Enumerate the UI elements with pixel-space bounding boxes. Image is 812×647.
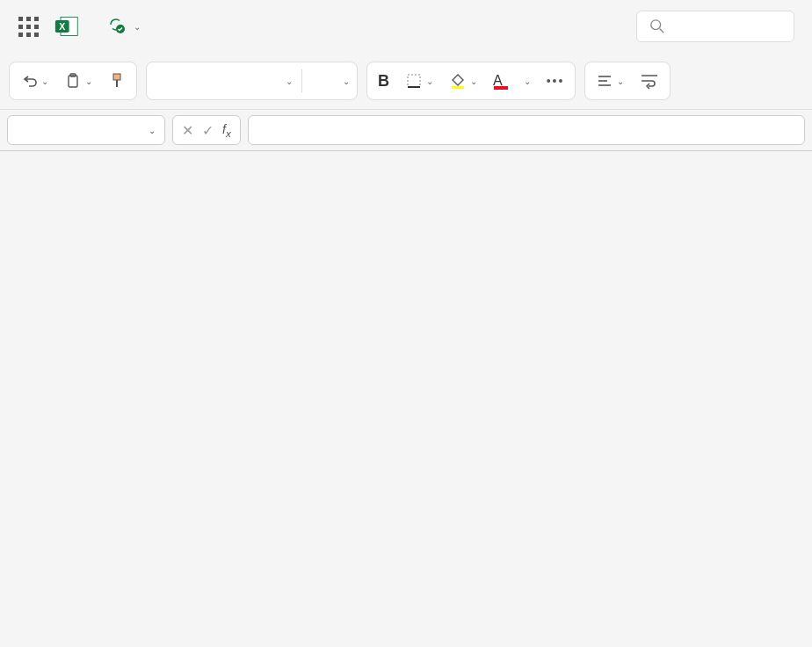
accept-formula-icon[interactable]: ✓: [202, 122, 214, 139]
chevron-down-icon[interactable]: ⌄: [149, 126, 156, 135]
fx-icon[interactable]: fx: [222, 122, 231, 139]
svg-rect-12: [452, 86, 464, 89]
title-dropdown-icon[interactable]: ⌄: [134, 22, 141, 32]
chevron-down-icon[interactable]: ⌄: [286, 76, 293, 86]
undo-button[interactable]: ⌄: [17, 69, 52, 93]
svg-rect-13: [494, 86, 508, 90]
excel-icon: X: [54, 14, 79, 39]
clipboard-button[interactable]: ⌄: [61, 69, 96, 93]
svg-rect-10: [408, 75, 420, 87]
fill-color-button[interactable]: ⌄: [446, 69, 481, 93]
bold-button[interactable]: B: [374, 69, 393, 94]
svg-line-5: [660, 29, 664, 33]
chevron-down-icon[interactable]: ⌄: [343, 76, 350, 86]
svg-rect-6: [69, 76, 77, 87]
svg-text:X: X: [59, 21, 65, 32]
borders-button[interactable]: ⌄: [402, 69, 437, 93]
more-options-button[interactable]: •••: [543, 70, 569, 91]
align-button[interactable]: ⌄: [592, 69, 627, 93]
svg-point-4: [651, 20, 661, 30]
app-launcher-icon[interactable]: [18, 16, 39, 37]
ribbon-toolbar: ⌄ ⌄ ⌄ ⌄ B ⌄ ⌄ A ⌄ •••: [0, 53, 812, 110]
svg-rect-9: [116, 80, 118, 87]
svg-rect-8: [113, 74, 120, 80]
wrap-text-button[interactable]: [636, 69, 663, 93]
search-icon: [649, 18, 665, 34]
font-color-button[interactable]: A ⌄: [489, 69, 534, 92]
name-box[interactable]: ⌄: [7, 115, 165, 145]
formula-bar[interactable]: [248, 115, 805, 145]
cancel-formula-icon[interactable]: ✕: [182, 122, 193, 139]
search-input[interactable]: [636, 11, 794, 42]
sync-status-icon[interactable]: [107, 16, 125, 38]
format-painter-button[interactable]: [105, 69, 129, 93]
